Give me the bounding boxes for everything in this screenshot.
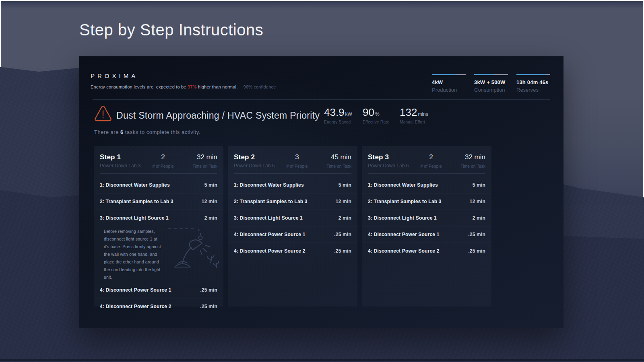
task-time: .25 min <box>334 248 351 254</box>
task-name: 4: Disconnect Power Source 1 <box>234 232 305 237</box>
step-3-people-value: 2 <box>415 153 447 161</box>
page-title: Step by Step Instructions <box>79 21 263 39</box>
task-row[interactable]: 4: Disconnect Power Source 1 .25 min <box>362 226 491 243</box>
task-name: 4: Disconnect Power Source 2 <box>100 304 171 309</box>
screen: Step by Step Instructions PROXIMA Energy… <box>0 0 644 362</box>
task-time: 12 min <box>336 199 351 204</box>
step-2-tasks: 1: Disconnect Water Supplies 5 min 2: Tr… <box>228 177 357 259</box>
step-cards: Step 1 Power Down Lab 3 2 # of People 32… <box>94 146 491 306</box>
step-1-header: Step 1 Power Down Lab 3 2 # of People 32… <box>94 146 223 169</box>
step-3-time: 32 min Time on Task <box>447 153 485 169</box>
alert-highlight: 97% <box>188 84 197 89</box>
task-row[interactable]: 1: Disconnect Water Supplies 5 min <box>94 177 223 193</box>
task-row[interactable]: 4: Disconnect Power Source 1 .25 min <box>228 226 357 243</box>
step-3-people-label: # of People <box>415 164 447 169</box>
production-gauge-bar <box>432 74 466 75</box>
alert-text-before: Energy consumption levels are expected t… <box>91 84 188 89</box>
alert-text-after: higher than normal. <box>197 84 238 89</box>
energy-saved-unit: kW <box>345 111 352 117</box>
stat-energy-saved: 43.9kW Energy Saved <box>324 106 352 124</box>
task-row[interactable]: 3: Disconnect Light Source 1 2 min <box>362 210 491 226</box>
summary-after: tasks to complete this activity. <box>124 129 200 135</box>
step-card-2: Step 2 Power Down Lab 5 3 # of People 45… <box>228 146 357 306</box>
step-1-subtitle: Power Down Lab 3 <box>100 163 147 169</box>
task-time: 12 min <box>202 199 217 204</box>
note-text: Before removing samples, disconnect ligh… <box>104 228 163 281</box>
task-time: .25 min <box>200 304 217 309</box>
task-row[interactable]: 4: Disconnect Power Source 2 .25 min <box>362 243 491 259</box>
task-row[interactable]: 4: Disconnect Power Source 1 .25 min <box>94 282 223 298</box>
step-3-tasks: 1: Disconnect Water Supplies 5 min 2: Tr… <box>362 177 491 259</box>
production-gauge-fill <box>432 74 456 75</box>
header-divider <box>93 99 550 100</box>
step-3-time-label: Time on Task <box>447 164 485 169</box>
task-name: 3: Disconnect Light Source 1 <box>368 215 437 221</box>
task-name: 2: Transplant Samples to Lab 3 <box>100 199 173 204</box>
step-2-people: 3 # of People <box>281 153 313 169</box>
summary-count: 6 <box>120 129 124 135</box>
task-row[interactable]: 2: Transplant Samples to Lab 3 12 min <box>228 193 357 210</box>
task-time: .25 min <box>334 232 351 237</box>
energy-saved-label: Energy Saved <box>324 120 352 124</box>
step-1-divider <box>100 173 217 174</box>
task-name: 4: Disconnect Power Source 2 <box>368 248 440 254</box>
brand-logo: PROXIMA <box>91 72 138 79</box>
task-time: .25 min <box>468 248 485 254</box>
task-note: Before removing samples, disconnect ligh… <box>94 226 223 282</box>
effective-rate-unit: % <box>375 111 380 117</box>
task-name: 3: Disconnect Light Source 1 <box>234 215 303 221</box>
production-label: Production <box>432 87 466 93</box>
step-2-people-value: 3 <box>281 153 313 161</box>
task-name: 2: Transplant Samples to Lab 3 <box>368 199 442 204</box>
warning-triangle-icon <box>94 105 112 124</box>
step-1-time-value: 32 min <box>179 153 217 161</box>
step-2-time-value: 45 min <box>313 153 351 161</box>
task-row[interactable]: 4: Disconnect Power Source 2 .25 min <box>94 298 223 315</box>
resource-production: 4kW Production <box>432 74 466 93</box>
effective-rate-label: Effective Rate <box>363 120 389 124</box>
task-name: 4: Disconnect Power Source 1 <box>100 287 171 293</box>
task-time: .25 min <box>468 232 485 237</box>
task-time: 5 min <box>339 182 351 188</box>
task-name: 1: Disconnect Water Supplies <box>234 182 304 188</box>
step-2-header: Step 2 Power Down Lab 5 3 # of People 45… <box>228 146 357 169</box>
task-row[interactable]: 2: Transplant Samples to Lab 3 12 min <box>362 193 491 210</box>
task-time: 2 min <box>204 215 217 221</box>
manual-effort-unit: mins <box>418 111 428 117</box>
step-2-divider <box>234 173 351 174</box>
task-row[interactable]: 2: Transplant Samples to Lab 3 12 min <box>94 193 223 210</box>
task-time: 5 min <box>473 182 485 188</box>
energy-alert-text: Energy consumption levels are expected t… <box>91 84 276 89</box>
resource-consumption: 3kW + 500W Consumption <box>474 74 508 93</box>
step-2-title: Step 2 <box>234 153 281 161</box>
lamp-icon <box>168 226 219 271</box>
step-3-title: Step 3 <box>368 153 415 161</box>
step-card-3: Step 3 Power Down Lab 6 2 # of People 32… <box>362 146 491 306</box>
stat-manual-effort: 132mins Manual Effort <box>400 106 428 124</box>
manual-effort-label: Manual Effort <box>400 120 428 124</box>
step-card-1: Step 1 Power Down Lab 3 2 # of People 32… <box>94 146 223 306</box>
activity-header: Dust Storm Approaching / HVAC System Pri… <box>94 103 549 130</box>
step-2-time: 45 min Time on Task <box>313 153 351 169</box>
consumption-gauge-fill <box>474 74 494 75</box>
consumption-gauge-bar <box>474 74 508 75</box>
step-1-people-value: 2 <box>147 153 179 161</box>
task-row[interactable]: 4: Disconnect Power Source 2 .25 min <box>228 243 357 259</box>
task-row[interactable]: 3: Disconnect Light Source 1 2 min <box>228 210 357 226</box>
task-row[interactable]: 3: Disconnect Light Source 1 2 min <box>94 210 223 226</box>
activity-title: Dust Storm Approaching / HVAC System Pri… <box>116 110 320 121</box>
step-2-people-label: # of People <box>281 164 313 169</box>
reserves-gauge-bar <box>516 74 550 75</box>
task-time: 5 min <box>204 182 217 188</box>
task-row[interactable]: 1: Disconnect Water Supplies 5 min <box>228 177 357 193</box>
task-time: 2 min <box>473 215 485 221</box>
step-1-tasks: 1: Disconnect Water Supplies 5 min 2: Tr… <box>94 177 223 315</box>
task-name: 1: Disconnect Water Supplies <box>100 182 170 188</box>
consumption-value: 3kW + 500W <box>474 79 508 85</box>
step-1-time: 32 min Time on Task <box>179 153 217 169</box>
task-time: .25 min <box>200 287 217 293</box>
task-row[interactable]: 1: Disconnect Water Supplies 5 min <box>362 177 491 193</box>
task-time: 12 min <box>470 199 485 204</box>
task-name: 4: Disconnect Power Source 2 <box>234 248 305 254</box>
background-bottom-strip <box>0 359 644 361</box>
